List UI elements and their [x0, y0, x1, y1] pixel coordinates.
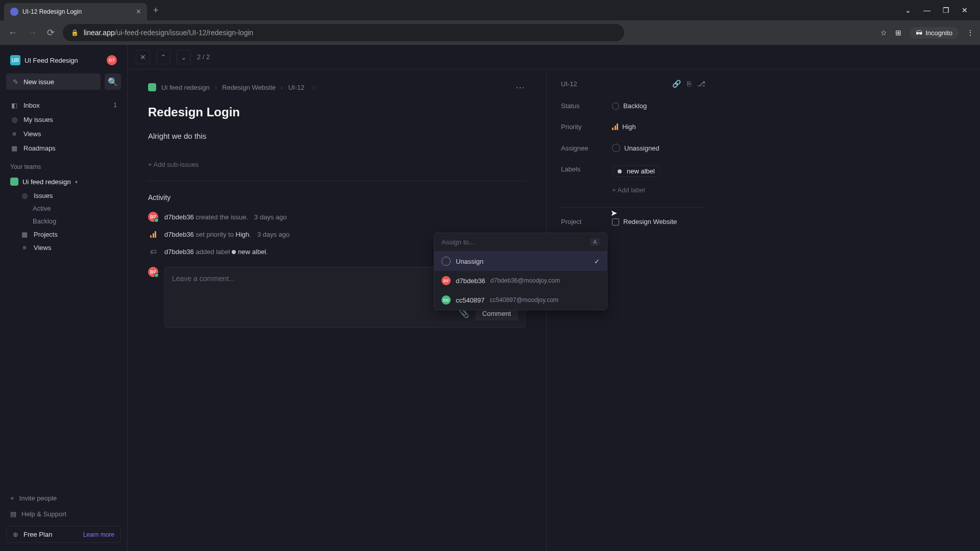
plus-icon: +: [10, 494, 14, 502]
plan-label: Free Plan: [23, 531, 52, 538]
property-status: Status Backlog: [561, 102, 705, 110]
copy-icon[interactable]: ⎘: [687, 80, 691, 88]
close-tab-icon[interactable]: ×: [136, 7, 141, 16]
incognito-label: Incognito: [925, 29, 952, 37]
sidebar-item-roadmaps[interactable]: ▦ Roadmaps: [6, 141, 121, 155]
help-support-button[interactable]: ▤ Help & Support: [6, 506, 121, 522]
menu-icon[interactable]: ⋮: [967, 29, 974, 37]
star-icon[interactable]: ☆: [311, 84, 317, 91]
activity-user: d7bdeb36: [164, 248, 194, 256]
workspace-icon: UR: [10, 55, 20, 65]
minimize-icon[interactable]: —: [923, 6, 930, 14]
close-issue-button[interactable]: ✕: [136, 50, 150, 64]
plan-box: ⊕ Free Plan Learn more: [6, 526, 121, 543]
browser-tab[interactable]: UI-12 Redesign Login ×: [4, 3, 147, 20]
project-text: Redesign Website: [623, 218, 677, 226]
more-icon[interactable]: ⋯: [516, 82, 526, 93]
labels-label: Labels: [561, 165, 612, 177]
sidebar-item-team-views[interactable]: ≡ Views: [16, 241, 121, 254]
assignee-label: Assignee: [561, 144, 612, 152]
activity-time: 3 days ago: [257, 231, 290, 238]
invite-people-button[interactable]: + Invite people: [6, 490, 121, 506]
maximize-icon[interactable]: ❐: [943, 6, 949, 14]
issue-counter: 2 / 2: [197, 53, 210, 61]
help-label: Help & Support: [21, 510, 66, 518]
inbox-label: Inbox: [23, 102, 40, 109]
breadcrumbs: Ui feed redesign › Redesign Website › UI…: [148, 82, 526, 93]
sidebar-item-views[interactable]: ≡ Views: [6, 127, 121, 141]
layers-icon: ≡: [10, 130, 18, 138]
next-issue-button[interactable]: ⌄: [177, 50, 191, 64]
assign-option-user[interactable]: CC cc540897 cc540897@moodjoy.com: [434, 290, 607, 310]
inbox-badge: 1: [113, 102, 117, 109]
projects-label: Projects: [34, 231, 58, 238]
close-window-icon[interactable]: ✕: [962, 6, 968, 14]
backlog-icon: [612, 103, 619, 110]
git-branch-icon[interactable]: ⎇: [697, 80, 705, 88]
main-content: ✕ ⌃ ⌄ 2 / 2 Ui feed redesign › Redesign …: [128, 45, 980, 551]
url-path: /ui-feed-redesign/issue/UI-12/redesign-l…: [115, 29, 254, 37]
sidebar-item-backlog[interactable]: Backlog: [29, 215, 121, 228]
assignee-value[interactable]: Unassigned: [612, 144, 659, 152]
window-controls: ⌄ — ❐ ✕: [905, 6, 976, 14]
issues-icon: ◎: [10, 115, 18, 123]
prev-issue-button[interactable]: ⌃: [156, 50, 170, 64]
activity-time: 3 days ago: [254, 213, 287, 221]
bookmark-icon[interactable]: ☆: [880, 29, 887, 37]
property-assignee: Assignee Unassigned: [561, 144, 705, 152]
forward-button[interactable]: →: [26, 26, 39, 40]
user-avatar[interactable]: D7: [107, 55, 117, 65]
issue-title[interactable]: Redesign Login: [148, 105, 526, 119]
reload-button[interactable]: ⟳: [45, 25, 57, 40]
search-button[interactable]: 🔍: [105, 73, 121, 90]
label-chip[interactable]: new albel: [612, 165, 660, 177]
unassigned-icon: [612, 144, 620, 152]
breadcrumb-project[interactable]: Redesign Website: [222, 84, 276, 91]
new-issue-button[interactable]: ✎ New issue: [6, 73, 101, 90]
sidebar-item-active[interactable]: Active: [29, 202, 121, 215]
link-icon[interactable]: 🔗: [672, 80, 681, 88]
label-icon: 🏷: [148, 246, 158, 257]
breadcrumb-sep: ›: [281, 84, 283, 91]
team-item[interactable]: Ui feed redesign ▾: [6, 174, 121, 189]
breadcrumb-sep: ›: [215, 84, 217, 91]
pencil-icon: ✎: [11, 78, 19, 86]
option-name: d7bdeb36: [456, 277, 485, 285]
url-bar[interactable]: 🔒 linear.app/ui-feed-redesign/issue/UI-1…: [63, 24, 624, 41]
breadcrumb-issue[interactable]: UI-12: [288, 84, 305, 91]
new-issue-label: New issue: [23, 78, 54, 86]
roadmaps-label: Roadmaps: [23, 144, 56, 152]
check-icon: ✓: [594, 258, 600, 265]
assign-option-unassign[interactable]: Unassign ✓: [434, 252, 607, 271]
extensions-icon[interactable]: ⊞: [895, 29, 901, 37]
workspace-switcher[interactable]: UR UI Feed Redesign D7: [6, 53, 121, 67]
priority-value[interactable]: High: [612, 123, 636, 131]
add-label-button[interactable]: + Add label: [612, 186, 645, 194]
address-bar: ← → ⟳ 🔒 linear.app/ui-feed-redesign/issu…: [0, 20, 980, 45]
assign-search-input[interactable]: Assign to...: [442, 238, 590, 246]
option-email: cc540897@moodjoy.com: [489, 296, 558, 304]
status-value[interactable]: Backlog: [612, 102, 647, 110]
my-issues-label: My issues: [23, 116, 53, 123]
issue-description[interactable]: Alright we do this: [148, 132, 526, 140]
label-dot-icon: [618, 169, 622, 173]
property-priority: Priority High: [561, 123, 705, 131]
projects-icon: ▦: [20, 230, 29, 238]
back-button[interactable]: ←: [6, 26, 19, 40]
chevron-down-icon[interactable]: ⌄: [905, 6, 911, 14]
project-value[interactable]: Redesign Website: [612, 218, 677, 226]
assign-dropdown: Assign to... A Unassign ✓ D7 d7bdeb36 d7…: [434, 233, 607, 310]
assign-option-user[interactable]: D7 d7bdeb36 d7bdeb36@moodjoy.com: [434, 271, 607, 290]
new-tab-button[interactable]: +: [153, 5, 159, 16]
incognito-badge[interactable]: 🕶 Incognito: [910, 27, 959, 39]
option-avatar: CC: [442, 295, 451, 305]
sidebar-item-inbox[interactable]: ◧ Inbox 1: [6, 98, 121, 112]
sidebar-item-my-issues[interactable]: ◎ My issues: [6, 112, 121, 127]
sidebar-item-projects[interactable]: ▦ Projects: [16, 228, 121, 241]
sidebar-item-issues[interactable]: ◎ Issues: [16, 189, 121, 202]
book-icon: ▤: [10, 510, 16, 518]
learn-more-link[interactable]: Learn more: [83, 531, 114, 538]
breadcrumb-team[interactable]: Ui feed redesign: [161, 84, 210, 91]
add-subissues-button[interactable]: + Add sub-issues: [148, 161, 526, 181]
issue-id: UI-12: [561, 80, 666, 88]
